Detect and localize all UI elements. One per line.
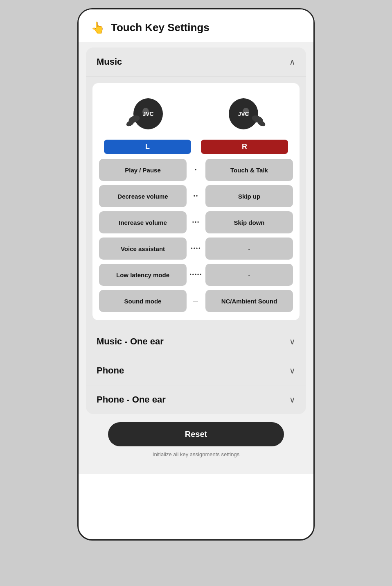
reset-hint-text: Initialize all key assignments settings — [153, 451, 239, 457]
svg-text:JVC: JVC — [238, 111, 249, 117]
music-one-ear-title: Music - One ear — [97, 336, 164, 347]
phone-title: Phone — [97, 365, 124, 376]
bottom-area: Reset Initialize all key assignments set… — [86, 422, 306, 457]
phone-one-ear-section[interactable]: Phone - One ear ∨ — [86, 385, 306, 414]
right-earbud-container: JVC R — [201, 91, 288, 154]
table-row: Voice assistant •••• - — [99, 238, 293, 260]
right-action-skip-down[interactable]: Skip down — [205, 211, 293, 233]
left-action-increase-volume[interactable]: Increase volume — [99, 211, 187, 233]
phone-chevron-icon: ∨ — [289, 366, 295, 376]
page-header: 👆 Touch Key Settings — [79, 9, 313, 42]
left-label-bar: L — [104, 140, 191, 154]
dots-indicator-1: • — [187, 167, 205, 173]
touch-key-icon: 👆 — [91, 21, 105, 34]
right-earbud-image: JVC — [220, 91, 269, 136]
dots-indicator-3: ••• — [187, 219, 205, 225]
music-section-title: Music — [97, 57, 122, 67]
page-title: Touch Key Settings — [111, 21, 210, 34]
left-action-sound-mode[interactable]: Sound mode — [99, 290, 187, 312]
left-action-decrease-volume[interactable]: Decrease volume — [99, 185, 187, 207]
right-label-bar: R — [201, 140, 288, 154]
left-action-low-latency[interactable]: Low latency mode — [99, 264, 187, 286]
right-action-nc-ambient[interactable]: NC/Ambient Sound — [205, 290, 293, 312]
reset-button[interactable]: Reset — [108, 422, 284, 446]
table-row: Play / Pause • Touch & Talk — [99, 159, 293, 181]
dots-indicator-2: •• — [187, 193, 205, 199]
left-action-play-pause[interactable]: Play / Pause — [99, 159, 187, 181]
right-action-empty-4[interactable]: - — [205, 238, 293, 260]
phone-one-ear-title: Phone - One ear — [97, 394, 166, 405]
table-row: Low latency mode ••••• - — [99, 264, 293, 286]
right-action-skip-up[interactable]: Skip up — [205, 185, 293, 207]
music-chevron-icon: ∧ — [289, 57, 295, 67]
table-row: Sound mode — NC/Ambient Sound — [99, 290, 293, 312]
phone-one-ear-chevron-icon: ∨ — [289, 395, 295, 405]
right-action-touch-talk[interactable]: Touch & Talk — [205, 159, 293, 181]
left-earbud-image: JVC — [123, 91, 172, 136]
music-inner-card: JVC L JVC — [92, 83, 300, 320]
right-action-empty-5[interactable]: - — [205, 264, 293, 286]
left-action-voice-assistant[interactable]: Voice assistant — [99, 238, 187, 260]
music-section-header[interactable]: Music ∧ — [86, 48, 306, 77]
dots-indicator-4: •••• — [187, 246, 205, 251]
table-row: Decrease volume •• Skip up — [99, 185, 293, 207]
table-row: Increase volume ••• Skip down — [99, 211, 293, 233]
phone-frame: 👆 Touch Key Settings Music ∧ — [77, 8, 315, 541]
page-container: 👆 Touch Key Settings Music ∧ — [79, 9, 313, 474]
svg-text:JVC: JVC — [143, 111, 154, 117]
dots-indicator-6: — — [187, 298, 205, 304]
left-earbud-container: JVC L — [104, 91, 191, 154]
main-card: Music ∧ — [86, 48, 306, 414]
music-one-ear-chevron-icon: ∨ — [289, 337, 295, 346]
phone-section[interactable]: Phone ∨ — [86, 356, 306, 385]
key-assignment-grid: Play / Pause • Touch & Talk Decrease vol… — [99, 159, 293, 312]
music-one-ear-section[interactable]: Music - One ear ∨ — [86, 327, 306, 356]
earbuds-row: JVC L JVC — [99, 91, 293, 154]
dots-indicator-5: ••••• — [187, 272, 205, 278]
